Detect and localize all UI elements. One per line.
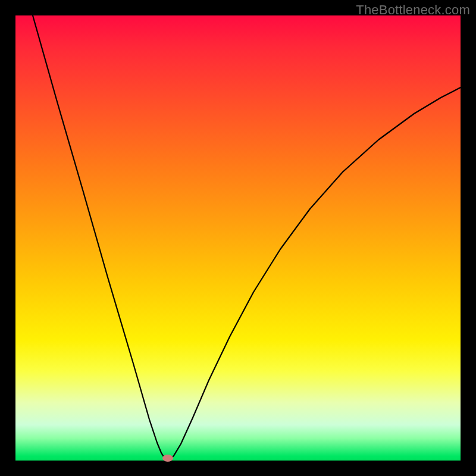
bottleneck-curve bbox=[15, 15, 461, 461]
chart-frame: TheBottleneck.com bbox=[0, 0, 476, 476]
watermark-text: TheBottleneck.com bbox=[356, 2, 470, 18]
plot-area bbox=[15, 15, 461, 461]
curve-path bbox=[33, 15, 461, 460]
optimal-marker bbox=[162, 455, 173, 462]
